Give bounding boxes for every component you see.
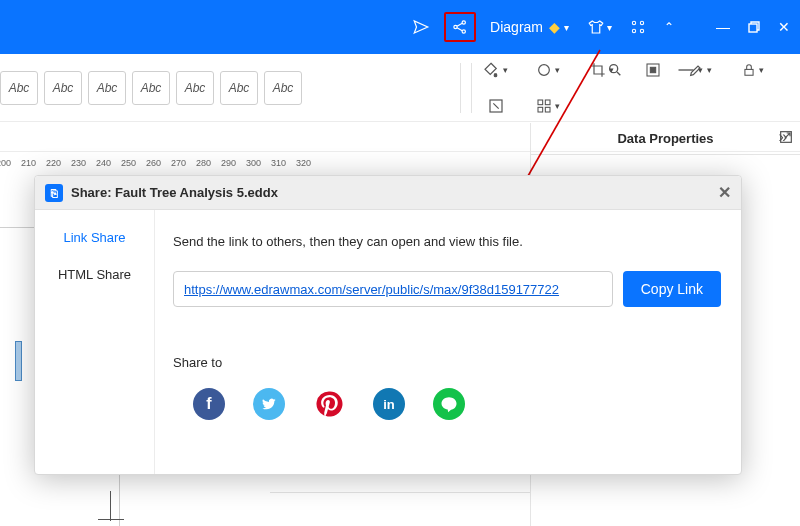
twitter-icon[interactable] — [253, 388, 285, 420]
fill-tool[interactable]: ▾ — [482, 57, 526, 83]
search-icon[interactable] — [601, 57, 629, 83]
diamond-icon: ◆ — [549, 19, 560, 35]
minimize-button[interactable]: — — [712, 19, 734, 35]
shirt-icon[interactable]: ▾ — [583, 18, 616, 36]
svg-point-4 — [640, 21, 643, 24]
separator — [270, 492, 530, 493]
shape-tool[interactable]: ▾ — [536, 57, 580, 83]
share-tabs: Link Share HTML Share — [35, 210, 155, 474]
svg-rect-14 — [538, 100, 543, 105]
restore-button[interactable] — [744, 21, 764, 33]
line-icon[interactable] — [433, 388, 465, 420]
svg-point-3 — [632, 21, 635, 24]
apps-icon[interactable] — [626, 19, 650, 35]
svg-point-5 — [632, 29, 635, 32]
share-dialog: ⎘ Share: Fault Tree Analysis 5.eddx ✕ Li… — [34, 175, 742, 475]
text-style-option[interactable]: Abc — [220, 71, 258, 105]
dialog-title: Share: Fault Tree Analysis 5.eddx — [71, 185, 278, 200]
linkedin-icon[interactable]: in — [373, 388, 405, 420]
dialog-titlebar: ⎘ Share: Fault Tree Analysis 5.eddx ✕ — [35, 176, 741, 210]
share-content: Send the link to others, then they can o… — [155, 210, 741, 474]
select-area-icon[interactable] — [639, 57, 667, 83]
social-row: f in — [173, 388, 721, 420]
tab-link-share[interactable]: Link Share — [63, 230, 125, 245]
svg-rect-11 — [650, 67, 655, 72]
svg-point-8 — [539, 64, 550, 75]
text-style-gallery: Abc Abc Abc Abc Abc Abc Abc — [0, 71, 302, 105]
send-icon[interactable] — [408, 18, 434, 36]
svg-rect-16 — [538, 107, 543, 112]
canvas-shape[interactable] — [15, 341, 22, 381]
expand-up-icon[interactable]: ⌃ — [660, 20, 678, 34]
toolbar: Abc Abc Abc Abc Abc Abc Abc ▾ ▾ ▾ ▾ ▾ ▾ … — [0, 54, 800, 122]
text-style-option[interactable]: Abc — [132, 71, 170, 105]
layout-tool[interactable]: ▾ — [536, 93, 580, 119]
lock-tool[interactable]: ▾ — [742, 57, 786, 83]
copy-link-button[interactable]: Copy Link — [623, 271, 721, 307]
diagram-dropdown[interactable]: Diagram ◆ ▾ — [486, 19, 573, 35]
diagram-label: Diagram — [490, 19, 543, 35]
text-style-option[interactable]: Abc — [0, 71, 38, 105]
fullscreen-icon[interactable] — [482, 93, 510, 119]
facebook-icon[interactable]: f — [193, 388, 225, 420]
right-panel-header: Data Properties — [531, 123, 800, 155]
close-icon[interactable]: ✕ — [718, 183, 731, 202]
right-panel-title: Data Properties — [617, 131, 713, 146]
text-style-option[interactable]: Abc — [176, 71, 214, 105]
share-link[interactable]: https://www.edrawmax.com/server/public/s… — [184, 282, 559, 297]
svg-rect-17 — [545, 107, 550, 112]
svg-point-2 — [462, 30, 465, 33]
svg-point-0 — [454, 25, 457, 28]
share-icon[interactable] — [444, 12, 476, 42]
chevron-down-icon: ▾ — [564, 22, 569, 33]
svg-point-9 — [610, 64, 618, 72]
pinterest-icon[interactable] — [313, 388, 345, 420]
app-icon: ⎘ — [45, 184, 63, 202]
tab-html-share[interactable]: HTML Share — [58, 267, 131, 282]
titlebar: Diagram ◆ ▾ ▾ ⌃ — ✕ — [0, 0, 800, 54]
svg-rect-7 — [749, 24, 757, 32]
svg-rect-15 — [545, 100, 550, 105]
svg-rect-12 — [745, 69, 753, 75]
share-description: Send the link to others, then they can o… — [173, 234, 721, 249]
svg-point-6 — [640, 29, 643, 32]
horizontal-ruler: 200210220230240250260270280290300310320 — [0, 153, 530, 171]
text-style-option[interactable]: Abc — [264, 71, 302, 105]
close-window-button[interactable]: ✕ — [774, 19, 794, 35]
canvas-connector[interactable] — [98, 519, 124, 520]
share-to-label: Share to — [173, 355, 721, 370]
svg-point-1 — [462, 21, 465, 24]
canvas-connector[interactable] — [110, 491, 111, 521]
brush-tool[interactable]: ▾ — [688, 57, 732, 83]
share-link-field[interactable]: https://www.edrawmax.com/server/public/s… — [173, 271, 613, 307]
text-style-option[interactable]: Abc — [88, 71, 126, 105]
text-style-option[interactable]: Abc — [44, 71, 82, 105]
popout-icon[interactable] — [778, 129, 794, 148]
